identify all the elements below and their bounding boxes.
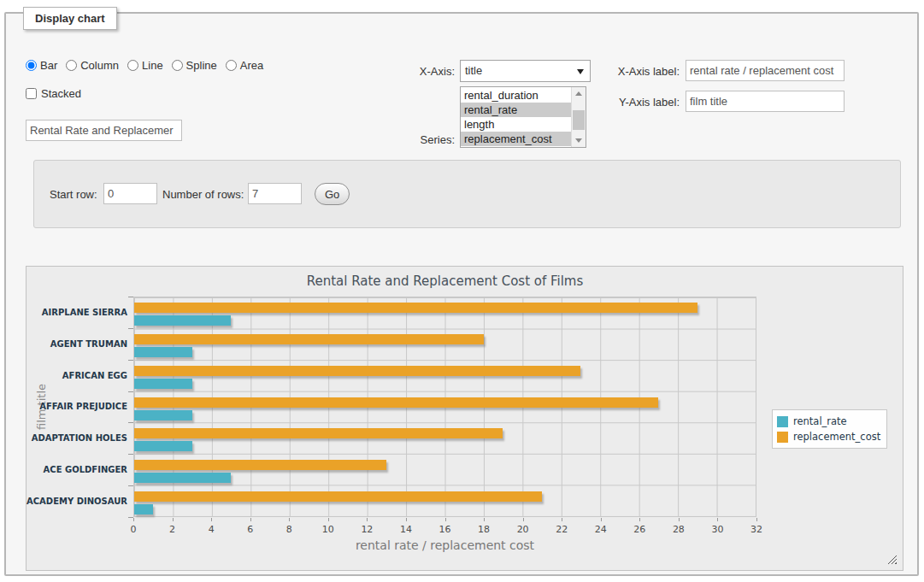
- fieldset-legend: Display chart: [23, 7, 117, 30]
- bar-rental_rate: [134, 379, 192, 389]
- x-tick-mark: [484, 518, 485, 521]
- chart-legend: rental_ratereplacement_cost: [772, 409, 887, 449]
- bar-rental_rate: [134, 315, 231, 326]
- chart-type-radio-group: BarColumnLineSplineArea: [26, 59, 268, 72]
- num-rows-input[interactable]: [248, 183, 302, 204]
- stacked-row: Stacked: [26, 87, 81, 100]
- bar-rental_rate: [134, 473, 231, 483]
- chart-row-airplane-sierra: [134, 297, 756, 329]
- x-axis-select[interactable]: title: [460, 60, 591, 82]
- x-axis-title: rental rate / replacement cost: [133, 538, 756, 552]
- x-tick-label: 22: [556, 524, 568, 535]
- x-tick-label: 18: [478, 524, 490, 535]
- chart-row-agent-truman: [134, 329, 756, 361]
- display-chart-fieldset: Display chart BarColumnLineSplineArea St…: [4, 12, 919, 576]
- chart-type-radio-spline[interactable]: [172, 60, 183, 71]
- x-tick-label: 24: [595, 524, 607, 535]
- legend-label: replacement_cost: [793, 431, 880, 443]
- x-tick-label: 12: [361, 524, 373, 535]
- y-tick-mark: [128, 422, 133, 423]
- y-axis-label-input[interactable]: [686, 91, 845, 112]
- series-option-rental_duration[interactable]: rental_duration: [461, 88, 571, 103]
- chart-row-affair-prejudice: [134, 392, 756, 424]
- category-label: ADAPTATION HOLES: [26, 422, 127, 454]
- legend-label: rental_rate: [793, 415, 847, 427]
- x-tick-mark: [717, 518, 718, 521]
- x-tick-mark: [133, 518, 134, 521]
- bar-replacement_cost: [134, 491, 542, 502]
- bar-rental_rate: [134, 504, 153, 514]
- x-tick-mark: [639, 518, 640, 521]
- scroll-down-icon: [575, 138, 582, 143]
- y-tick-mark: [128, 485, 133, 486]
- scroll-down-button[interactable]: [572, 134, 586, 147]
- chart-type-radio-line[interactable]: [127, 60, 138, 71]
- x-tick-label: 30: [711, 524, 723, 535]
- x-axis-label-field-label: X-Axis label:: [600, 65, 680, 78]
- x-tick-label: 14: [400, 524, 412, 535]
- chart-row-ace-goldfinger: [134, 455, 756, 486]
- legend-swatch-icon: [777, 416, 788, 427]
- x-tick-label: 28: [673, 524, 685, 535]
- start-row-input[interactable]: [103, 183, 157, 204]
- legend-swatch-icon: [777, 432, 788, 443]
- chart-type-radio-label: Area: [240, 59, 263, 72]
- legend-item-rental_rate: rental_rate: [777, 414, 880, 429]
- x-tick-mark: [367, 518, 368, 521]
- chart-type-radio-area[interactable]: [226, 60, 237, 71]
- series-options: rental_durationrental_ratelengthreplacem…: [461, 88, 571, 146]
- category-label: AGENT TRUMAN: [26, 328, 127, 360]
- stacked-checkbox[interactable]: [26, 88, 37, 99]
- x-tick-mark: [250, 518, 251, 521]
- y-tick-mark: [128, 297, 133, 297]
- series-option-rental_rate[interactable]: rental_rate: [461, 103, 571, 117]
- x-tick-mark: [445, 518, 446, 521]
- x-axis-select-label: X-Axis:: [399, 65, 455, 78]
- chart-type-radio-column[interactable]: [66, 60, 77, 71]
- x-tick-label: 6: [247, 524, 253, 535]
- chart-type-radio-label: Spline: [186, 59, 217, 72]
- x-tick-mark: [328, 518, 329, 521]
- chart-title: Rental Rate and Replacement Cost of Film…: [133, 273, 756, 289]
- x-tick-mark: [679, 518, 680, 521]
- resize-handle-icon[interactable]: [887, 555, 897, 564]
- chart-type-option-line: Line: [127, 59, 163, 72]
- series-option-replacement_cost[interactable]: replacement_cost: [461, 132, 571, 146]
- x-tick-mark: [211, 518, 212, 521]
- chevron-down-icon: [577, 69, 584, 74]
- category-label: ACADEMY DINOSAUR: [26, 485, 127, 517]
- scrollbar-thumb[interactable]: [573, 110, 585, 130]
- scroll-up-icon: [575, 91, 582, 96]
- page: Display chart BarColumnLineSplineArea St…: [0, 0, 924, 582]
- bar-replacement_cost: [134, 397, 658, 408]
- x-tick-label: 10: [322, 524, 334, 535]
- bar-replacement_cost: [134, 303, 697, 313]
- chart-type-option-bar: Bar: [26, 59, 57, 72]
- y-tick-mark: [128, 454, 133, 455]
- x-tick-label: 4: [209, 524, 215, 535]
- x-tick-label: 20: [517, 524, 529, 535]
- series-option-length[interactable]: length: [461, 117, 571, 132]
- chart-row-adaptation-holes: [134, 423, 756, 455]
- x-tick-mark: [173, 518, 174, 521]
- scroll-up-button[interactable]: [572, 87, 586, 100]
- series-scrollbar[interactable]: [571, 87, 586, 147]
- x-tick-mark: [289, 518, 290, 521]
- chart-title-input[interactable]: [26, 120, 182, 141]
- stacked-label: Stacked: [41, 87, 81, 100]
- x-axis-label-input[interactable]: [686, 60, 845, 81]
- go-button[interactable]: Go: [315, 183, 350, 205]
- x-tick-mark: [406, 518, 407, 521]
- bar-rental_rate: [134, 441, 192, 451]
- bar-replacement_cost: [134, 366, 580, 376]
- chart-type-radio-bar[interactable]: [26, 60, 37, 71]
- category-label: AFFAIR PREJUDICE: [26, 391, 127, 423]
- rows-panel: Start row: Number of rows: Go: [33, 160, 901, 228]
- series-listbox[interactable]: rental_durationrental_ratelengthreplacem…: [460, 86, 586, 148]
- x-tick-label: 16: [439, 524, 451, 535]
- chart-container: Rental Rate and Replacement Cost of Film…: [26, 266, 903, 571]
- chart-type-radio-label: Bar: [40, 59, 57, 72]
- x-tick-mark: [601, 518, 602, 521]
- legend-item-replacement_cost: replacement_cost: [777, 429, 880, 444]
- y-tick-mark: [128, 391, 133, 392]
